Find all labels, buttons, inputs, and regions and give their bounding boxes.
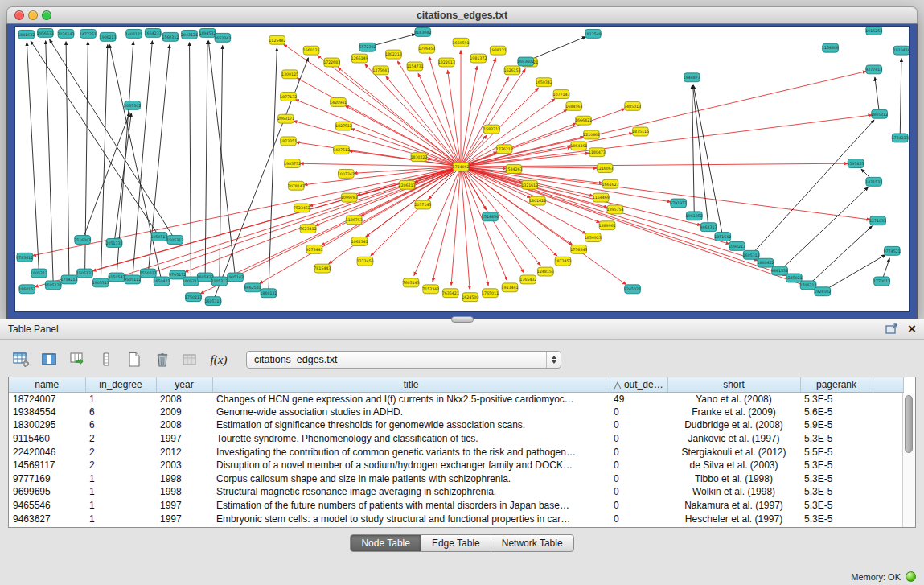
graph-node[interactable]: 1873453 [554,257,571,266]
column-icon[interactable] [97,352,115,368]
graph-node[interactable]: 7623412 [300,225,317,233]
graph-node[interactable]: 1216063 [597,164,614,173]
graph-node[interactable]: 1007342 [338,169,355,178]
graph-node[interactable]: 1875115 [632,127,649,136]
graph-node[interactable]: 1534263 [505,165,522,174]
graph-node[interactable]: 1125482 [269,35,285,44]
graph-node[interactable]: 1505312 [166,236,183,245]
graph-node[interactable]: 2043121 [181,30,198,39]
graph-node[interactable]: 1669591 [453,38,470,47]
graph-node[interactable]: 1981372 [470,54,487,63]
graph-node[interactable]: 2516003 [74,236,91,245]
function-builder-icon[interactable]: f(x) [210,352,228,368]
graph-node[interactable]: 1322013 [438,58,455,67]
graph-node[interactable]: 1923441 [502,283,519,292]
table-row[interactable]: 1456911722003Disruption of a novel membe… [9,459,903,472]
graph-node[interactable]: 1905313 [92,278,109,287]
graph-node[interactable]: 7152342 [422,285,439,294]
graph-node[interactable]: 1851542 [714,233,731,241]
graph-node[interactable]: 1514454 [482,212,499,221]
graph-node[interactable]: 6791972 [670,199,687,208]
graph-node[interactable]: 1477251 [80,29,97,38]
graph-node[interactable]: 1734213 [892,134,909,142]
tab-node-table[interactable]: Node Table [350,534,421,552]
graph-node[interactable]: 9462531 [244,283,261,292]
panel-resize-handle[interactable] [451,316,474,323]
graph-node[interactable]: 1421532 [865,177,882,186]
graph-node[interactable]: 1706213 [800,281,817,290]
graph-node[interactable]: 1860422 [757,258,774,267]
graph-node[interactable]: 2035302 [124,101,141,109]
graph-node[interactable]: 1765011 [482,289,499,298]
graph-node[interactable]: 1724062 [453,163,470,171]
graph-node[interactable]: 1938121 [490,46,507,55]
graph-node[interactable]: 1403121 [125,29,142,38]
graph-node[interactable]: 9150542 [108,273,125,282]
graph-node[interactable]: 1860121 [260,289,277,298]
table-row[interactable]: 1938455462009Genome-wide association stu… [9,406,903,419]
graph-node[interactable]: 9277413 [865,65,882,74]
graph-node[interactable]: 9841532 [771,266,788,275]
graph-node[interactable]: 9774521 [884,246,901,255]
graph-node[interactable]: 1186753 [346,216,363,225]
graph-node[interactable]: 1854923 [585,233,602,242]
graph-node[interactable]: 1950513 [151,233,168,241]
new-file-icon[interactable] [125,352,143,368]
table-row[interactable]: 969969511998Structural magnetic resonanc… [9,485,903,499]
graph-node[interactable]: 1845312 [871,109,888,118]
graph-node[interactable]: 1077143 [553,90,570,99]
graph-node[interactable]: 1154731 [406,62,423,71]
graph-node[interactable]: 9505132 [45,281,62,290]
graph-node[interactable]: 9462313 [700,223,717,232]
graph-node[interactable]: 7485013 [624,101,641,110]
graph-node[interactable]: 1664233 [145,28,162,37]
graph-node[interactable]: 1583212 [483,125,500,134]
graph-node[interactable]: 9427512 [333,146,350,154]
column-header-year[interactable]: year [156,377,212,392]
graph-node[interactable]: 1961352 [686,212,703,220]
graph-node[interactable]: 1550313 [140,269,157,278]
graph-node[interactable]: 1812549 [585,29,602,38]
show-columns-icon[interactable] [41,352,59,368]
graph-node[interactable]: 1754213 [60,275,77,284]
graph-node[interactable]: 1895754 [606,205,623,214]
graph-node[interactable]: 1605312 [743,250,760,259]
column-header-short[interactable]: short [667,377,800,392]
graph-node[interactable]: 1605313 [205,297,222,306]
graph-node[interactable]: 1889961 [599,221,616,230]
graph-node[interactable]: 7523452 [294,204,310,212]
graph-node[interactable]: 1906213 [100,32,117,41]
graph-node[interactable]: 1154469 [593,193,610,202]
graph-node[interactable]: 8183042 [414,27,431,36]
graph-node[interactable]: 9783612 [16,253,33,262]
graph-node[interactable]: 2206213 [399,180,416,189]
graph-node[interactable]: 1180473 [589,148,606,157]
graph-node[interactable]: 1905142 [227,273,244,282]
graph-node[interactable]: 1802213 [385,50,402,59]
graph-node[interactable]: 2105312 [211,277,228,286]
column-header-name[interactable]: name [9,377,85,392]
graph-node[interactable]: 1910424 [893,46,909,55]
column-header-title[interactable]: title [212,377,610,392]
graph-node[interactable]: 7605143 [403,278,420,287]
graph-node[interactable]: 1626153 [504,66,521,75]
graph-node[interactable]: 1275641 [372,66,389,75]
graph-node[interactable]: 1666421 [575,116,592,125]
table-options-icon[interactable] [13,352,31,368]
graph-node[interactable]: 1094213 [729,241,745,250]
merge-table-icon[interactable] [182,352,199,368]
network-canvas[interactable]: 1724062130012518771322063171187335119837… [14,26,910,312]
graph-node[interactable]: 1758343 [570,245,587,253]
graph-node[interactable]: 1873351 [280,137,297,146]
graph-node[interactable]: 1650422 [154,277,170,286]
column-header-out_degree[interactable]: △ out_de… [610,377,667,392]
graph-node[interactable]: 1983752 [284,159,301,168]
graph-node[interactable]: 1321612 [521,180,538,189]
float-panel-icon[interactable] [885,323,898,335]
graph-node[interactable]: 2063171 [277,114,294,123]
table-row[interactable]: 2242004622012Investigating the contribut… [9,445,903,459]
graph-node[interactable]: 1801622 [529,196,546,205]
graph-node[interactable]: 2051332 [106,239,123,248]
graph-node[interactable]: 1877132 [280,93,297,101]
graph-node[interactable]: 1062341 [351,237,368,246]
